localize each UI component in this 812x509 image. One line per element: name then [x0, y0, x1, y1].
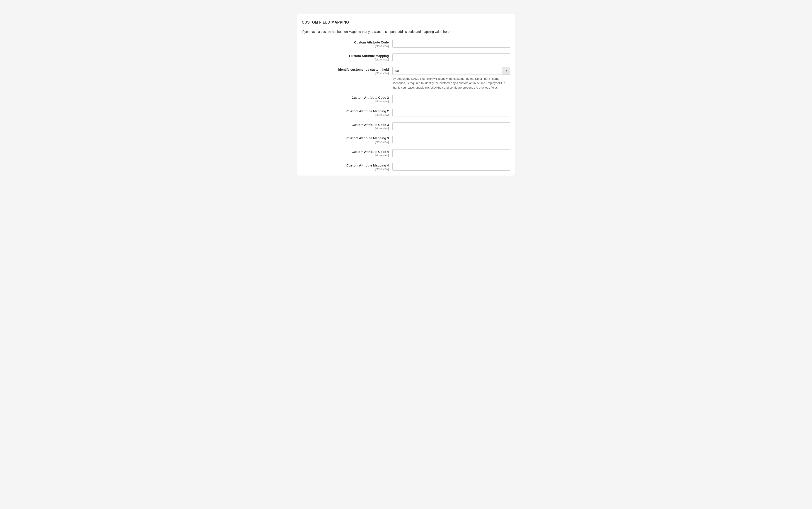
input-col — [393, 136, 510, 143]
input-col: No ▼ By default the SAML extension will … — [393, 67, 510, 90]
label-custom-attr-mapping-4: Custom Attribute Mapping 4 — [346, 164, 389, 167]
scope-label: [store view] — [302, 113, 389, 117]
label-col: Custom Attribute Mapping [store view] — [302, 54, 393, 62]
select-wrapper: No ▼ — [393, 67, 510, 75]
input-col — [393, 163, 510, 171]
label-custom-attr-code-2: Custom Attribute Code 2 — [351, 96, 389, 99]
row-identify-by-custom: Identify customer by custom field [store… — [302, 67, 510, 90]
row-custom-attr-mapping: Custom Attribute Mapping [store view] — [302, 54, 510, 62]
row-custom-attr-mapping-3: Custom Attribute Mapping 3 [store view] — [302, 136, 510, 144]
scope-label: [store view] — [302, 140, 389, 144]
input-custom-attr-mapping-4[interactable] — [393, 163, 510, 171]
help-identify-by-custom: By default the SAML extension will ident… — [393, 76, 510, 90]
row-custom-attr-mapping-4: Custom Attribute Mapping 4 [store view] — [302, 163, 510, 171]
row-custom-attr-code: Custom Attribute Code [store view] — [302, 40, 510, 48]
label-col: Custom Attribute Code 3 [store view] — [302, 122, 393, 131]
input-col — [393, 95, 510, 103]
row-custom-attr-code-3: Custom Attribute Code 3 [store view] — [302, 122, 510, 131]
label-col: Custom Attribute Code [store view] — [302, 40, 393, 48]
label-custom-attr-mapping: Custom Attribute Mapping — [349, 54, 389, 58]
scope-label: [store view] — [302, 167, 389, 171]
label-col: Custom Attribute Code 2 [store view] — [302, 95, 393, 103]
input-col — [393, 40, 510, 47]
scope-label: [store view] — [302, 127, 389, 131]
input-custom-attr-code[interactable] — [393, 40, 510, 47]
label-col: Custom Attribute Mapping 2 [store view] — [302, 109, 393, 117]
section-description: If you have a custom attribute on Magent… — [302, 30, 510, 34]
section-title: CUSTOM FIELD MAPPING — [302, 21, 510, 25]
label-col: Custom Attribute Mapping 4 [store view] — [302, 163, 393, 171]
input-custom-attr-code-2[interactable] — [393, 95, 510, 103]
label-identify-by-custom: Identify customer by custom field — [338, 68, 389, 71]
input-custom-attr-mapping-3[interactable] — [393, 136, 510, 143]
row-custom-attr-mapping-2: Custom Attribute Mapping 2 [store view] — [302, 109, 510, 117]
scope-label: [store view] — [302, 72, 389, 75]
input-custom-attr-code-4[interactable] — [393, 149, 510, 157]
custom-field-mapping-section: CUSTOM FIELD MAPPING If you have a custo… — [297, 13, 515, 175]
input-custom-attr-code-3[interactable] — [393, 122, 510, 130]
row-custom-attr-code-2: Custom Attribute Code 2 [store view] — [302, 95, 510, 103]
scope-label: [store view] — [302, 154, 389, 158]
label-custom-attr-mapping-3: Custom Attribute Mapping 3 — [346, 136, 389, 140]
input-custom-attr-mapping-2[interactable] — [393, 109, 510, 116]
label-custom-attr-code: Custom Attribute Code — [354, 40, 389, 44]
label-custom-attr-code-3: Custom Attribute Code 3 — [351, 123, 389, 127]
input-col — [393, 109, 510, 116]
input-col — [393, 54, 510, 61]
scope-label: [store view] — [302, 58, 389, 62]
label-col: Identify customer by custom field [store… — [302, 67, 393, 75]
label-custom-attr-code-4: Custom Attribute Code 4 — [351, 150, 389, 154]
label-col: Custom Attribute Mapping 3 [store view] — [302, 136, 393, 144]
input-custom-attr-mapping[interactable] — [393, 54, 510, 61]
scope-label: [store view] — [302, 100, 389, 103]
label-col: Custom Attribute Code 4 [store view] — [302, 149, 393, 158]
scope-label: [store view] — [302, 44, 389, 48]
input-col — [393, 149, 510, 157]
select-identify-by-custom[interactable]: No — [393, 67, 510, 75]
row-custom-attr-code-4: Custom Attribute Code 4 [store view] — [302, 149, 510, 158]
input-col — [393, 122, 510, 130]
label-custom-attr-mapping-2: Custom Attribute Mapping 2 — [346, 109, 389, 113]
